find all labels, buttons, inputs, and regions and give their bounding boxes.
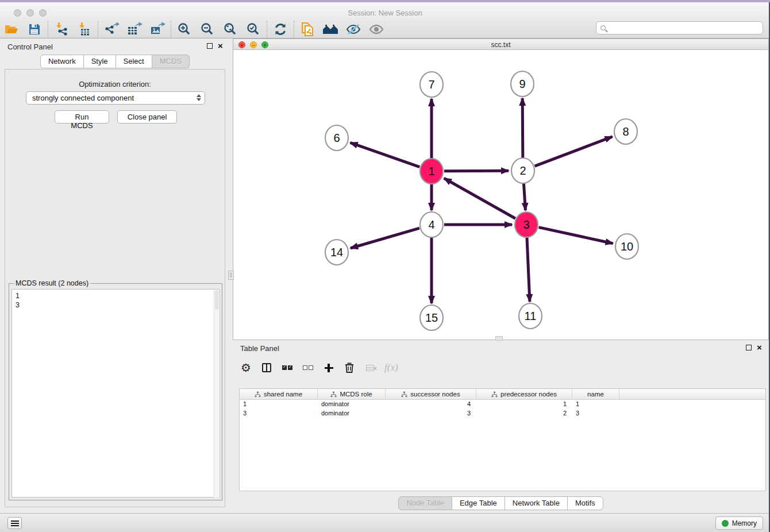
edge-1-6[interactable] — [351, 142, 420, 167]
zoom-out-icon[interactable] — [196, 20, 219, 39]
edge-2-9[interactable] — [522, 98, 523, 158]
tab-motifs[interactable]: Motifs — [568, 496, 603, 510]
toolbar-separator — [98, 21, 98, 38]
cell[interactable]: 4 — [386, 400, 476, 409]
table-row[interactable]: 1dominator411 — [240, 400, 765, 409]
memory-button[interactable]: Memory — [715, 516, 763, 530]
column-header-shared-name[interactable]: shared name — [240, 389, 318, 399]
delete-column-icon[interactable] — [343, 361, 356, 375]
node-label-14: 14 — [330, 246, 343, 259]
edge-3-10[interactable] — [538, 228, 613, 244]
cell[interactable]: 1 — [240, 400, 318, 409]
close-panel-button[interactable]: Close panel — [117, 110, 177, 124]
cell[interactable]: 2 — [476, 409, 572, 418]
import-table-icon[interactable] — [73, 20, 96, 39]
result-scrollbar[interactable] — [214, 290, 219, 498]
task-history-button[interactable] — [7, 517, 22, 529]
node-label-8: 8 — [622, 125, 629, 138]
edge-3-11[interactable] — [527, 237, 530, 302]
cell[interactable]: dominator — [318, 409, 386, 418]
edge-4-14[interactable] — [351, 228, 419, 248]
toolbar-separator — [171, 21, 171, 38]
network-canvas[interactable]: 7968124314101511 — [233, 50, 768, 340]
tab-network-table[interactable]: Network Table — [505, 496, 568, 510]
optimization-dropdown[interactable]: strongly connected component — [26, 91, 205, 105]
mcds-result-text[interactable]: 1 3 — [11, 289, 220, 498]
cell[interactable]: 1 — [476, 400, 572, 409]
edge-1-2[interactable] — [444, 171, 509, 171]
tab-select[interactable]: Select — [116, 55, 152, 68]
mcds-panel: Optimization criterion: strongly connect… — [5, 69, 225, 507]
network-window-titlebar[interactable]: × − + scc.txt — [233, 39, 768, 50]
edge-2-8[interactable] — [535, 137, 613, 166]
select-all-rows-icon[interactable] — [281, 361, 294, 375]
tab-edge-table[interactable]: Edge Table — [452, 496, 505, 510]
horizontal-splitter-grip[interactable] — [495, 336, 503, 341]
tab-mcds[interactable]: MCDS — [152, 55, 190, 68]
control-panel-header: Control Panel × — [0, 38, 230, 55]
run-mcds-button[interactable]: Run MCDS — [55, 110, 109, 124]
save-session-icon[interactable] — [23, 20, 46, 39]
tab-network[interactable]: Network — [40, 55, 84, 68]
result-scrollbar-thumb[interactable] — [215, 290, 219, 310]
float-table-panel-icon[interactable] — [746, 345, 752, 350]
settings-gear-icon[interactable]: ⚙ — [240, 361, 252, 375]
open-file-icon[interactable] — [0, 20, 23, 39]
tab-style[interactable]: Style — [84, 55, 116, 68]
memory-status-icon — [722, 520, 729, 527]
node-label-4: 4 — [428, 218, 434, 231]
tab-node-table[interactable]: Node Table — [398, 496, 452, 510]
table-toolbar: ⚙ f(x) — [240, 359, 398, 376]
search-input[interactable] — [596, 21, 763, 34]
status-bar: Memory — [0, 513, 770, 532]
toolbar-separator — [48, 21, 48, 38]
first-neighbors-icon[interactable] — [319, 20, 342, 39]
add-column-icon[interactable] — [322, 361, 335, 375]
edge-2-3[interactable] — [523, 183, 525, 210]
delete-table-icon[interactable] — [364, 361, 376, 375]
cell[interactable]: 3 — [240, 409, 318, 418]
toolbar-separator — [267, 21, 267, 38]
column-header-name[interactable]: name — [572, 389, 619, 399]
import-network-icon[interactable] — [50, 20, 73, 39]
copy-style-icon[interactable] — [296, 20, 319, 39]
apply-layout-icon[interactable] — [269, 20, 292, 39]
column-visibility-icon[interactable] — [260, 361, 273, 375]
cell[interactable]: 3 — [572, 409, 619, 418]
vertical-splitter-grip[interactable] — [228, 271, 234, 280]
node-label-7: 7 — [428, 78, 434, 91]
node-label-11: 11 — [525, 310, 537, 322]
zoom-fit-icon[interactable] — [219, 20, 242, 39]
export-image-icon[interactable] — [146, 20, 169, 39]
column-header-successor-nodes[interactable]: successor nodes — [386, 389, 476, 399]
export-network-icon[interactable] — [100, 20, 123, 39]
table-panel-buttons: × — [746, 345, 762, 350]
dropdown-stepper-icon — [197, 94, 201, 101]
deselect-all-rows-icon[interactable] — [302, 361, 314, 375]
cell[interactable]: 3 — [386, 409, 476, 418]
node-label-1: 1 — [428, 165, 434, 178]
show-all-icon[interactable] — [365, 20, 388, 39]
close-panel-icon[interactable]: × — [218, 43, 223, 49]
mcds-result-title: MCDS result (2 nodes) — [14, 279, 90, 287]
column-header-MCDS-role[interactable]: MCDS role — [318, 389, 386, 399]
table-row[interactable]: 3dominator323 — [240, 409, 765, 418]
float-panel-icon[interactable] — [207, 43, 213, 49]
cell[interactable]: dominator — [318, 400, 386, 409]
table-panel-header: Table Panel × — [233, 340, 769, 356]
column-header-predecessor-nodes[interactable]: predecessor nodes — [476, 389, 572, 399]
node-label-9: 9 — [519, 78, 525, 90]
titlebar[interactable]: Session: New Session — [0, 5, 770, 18]
function-builder-icon[interactable]: f(x) — [384, 361, 398, 375]
cell[interactable]: 1 — [572, 400, 619, 409]
export-table-icon[interactable] — [123, 20, 146, 39]
node-table[interactable]: shared nameMCDS rolesuccessor nodesprede… — [239, 388, 766, 491]
hide-selected-icon[interactable] — [342, 20, 365, 39]
edge-3-1[interactable] — [444, 178, 515, 218]
close-table-panel-icon[interactable]: × — [757, 345, 762, 350]
table-body: 1dominator4113dominator323 — [240, 400, 765, 418]
zoom-selected-icon[interactable] — [242, 20, 265, 39]
network-window-title: scc.txt — [233, 41, 768, 49]
zoom-in-icon[interactable] — [173, 20, 196, 39]
node-label-6: 6 — [333, 132, 340, 144]
